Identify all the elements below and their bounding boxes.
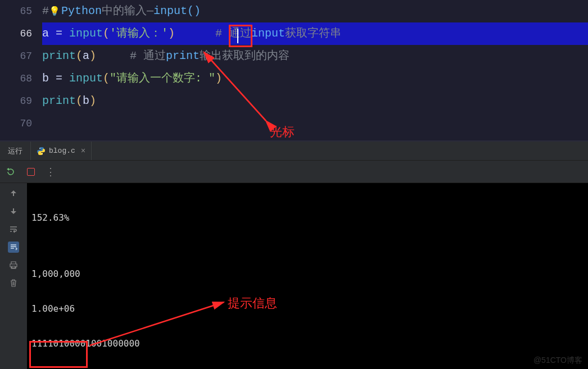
- run-tab[interactable]: blog.c ×: [31, 142, 92, 160]
- arrow-down-icon[interactable]: [8, 206, 19, 217]
- run-panel-label[interactable]: 运行: [0, 142, 31, 160]
- console-line: 1.00e+06: [31, 302, 588, 316]
- stop-icon[interactable]: [26, 167, 36, 177]
- code-editor[interactable]: 65 66 67 68 69 70 #💡Python中的输入—input() a…: [0, 0, 588, 140]
- code-line[interactable]: b = input("请输入一个数字: "): [42, 67, 588, 90]
- console: 152.63% 1,000,000 1.00e+06 1111010000100…: [0, 183, 588, 369]
- soft-wrap-icon[interactable]: [8, 224, 19, 235]
- code-line[interactable]: #💡Python中的输入—input(): [42, 0, 588, 22]
- print-icon[interactable]: [8, 259, 19, 271]
- arrow-up-icon[interactable]: [8, 188, 19, 199]
- console-line: 152.63%: [31, 211, 588, 225]
- code-line[interactable]: [42, 112, 588, 135]
- run-panel-header: 运行 blog.c ×: [0, 142, 588, 161]
- run-tab-filename: blog.c: [49, 147, 75, 155]
- svg-point-1: [42, 153, 43, 154]
- lightbulb-icon: 💡: [49, 1, 60, 23]
- close-icon[interactable]: ×: [79, 147, 85, 156]
- line-number: 69: [0, 90, 32, 112]
- line-number-gutter: 65 66 67 68 69 70: [0, 0, 42, 140]
- scroll-to-end-icon[interactable]: [8, 242, 19, 253]
- rerun-icon[interactable]: [6, 167, 16, 177]
- line-number: 65: [0, 0, 32, 22]
- console-line: 11110100001001000000: [31, 337, 588, 350]
- line-number: 70: [0, 112, 32, 135]
- more-icon[interactable]: ⋮: [46, 167, 56, 177]
- code-line[interactable]: print(a) # 通过print输出获取到的内容: [42, 45, 588, 67]
- line-number: 67: [0, 45, 32, 67]
- python-file-icon: [37, 147, 46, 156]
- svg-point-0: [39, 148, 40, 149]
- line-number: 68: [0, 67, 32, 90]
- console-output[interactable]: 152.63% 1,000,000 1.00e+06 1111010000100…: [27, 183, 588, 369]
- text-cursor: [237, 29, 238, 43]
- console-line: 1,000,000: [31, 267, 588, 281]
- line-number: 66: [0, 22, 32, 45]
- run-toolbar: ⋮: [0, 161, 588, 183]
- watermark: @51CTO博客: [533, 356, 582, 366]
- code-line-active[interactable]: a = input('请输入：') # 通过input获取字符串: [42, 22, 588, 45]
- code-line[interactable]: print(b): [42, 90, 588, 112]
- trash-icon[interactable]: [8, 277, 19, 289]
- console-gutter: [0, 183, 27, 369]
- code-content[interactable]: #💡Python中的输入—input() a = input('请输入：') #…: [42, 0, 588, 140]
